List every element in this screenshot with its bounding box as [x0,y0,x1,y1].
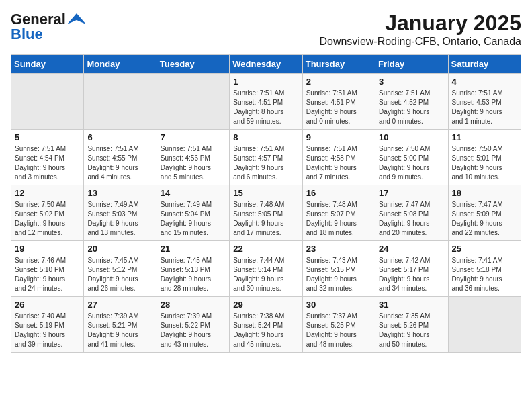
logo-blue: Blue [11,26,43,43]
calendar-cell [11,74,84,130]
calendar-cell: 22Sunrise: 7:44 AM Sunset: 5:14 PM Dayli… [230,241,302,297]
day-number: 29 [233,300,298,310]
calendar-cell: 3Sunrise: 7:51 AM Sunset: 4:52 PM Daylig… [375,74,448,130]
calendar-cell: 31Sunrise: 7:35 AM Sunset: 5:26 PM Dayli… [375,297,448,353]
weekday-header-thursday: Thursday [302,55,375,74]
calendar-cell: 6Sunrise: 7:51 AM Sunset: 4:55 PM Daylig… [84,130,157,185]
calendar-cell: 11Sunrise: 7:50 AM Sunset: 5:01 PM Dayli… [448,130,521,185]
day-info: Sunrise: 7:51 AM Sunset: 4:51 PM Dayligh… [233,89,298,126]
day-number: 26 [15,300,80,310]
day-info: Sunrise: 7:50 AM Sunset: 5:00 PM Dayligh… [379,144,444,182]
day-number: 21 [161,244,226,254]
calendar-cell: 29Sunrise: 7:38 AM Sunset: 5:24 PM Dayli… [230,297,302,353]
calendar-cell: 14Sunrise: 7:49 AM Sunset: 5:04 PM Dayli… [157,185,229,241]
day-number: 25 [452,244,517,254]
calendar-week-1: 1Sunrise: 7:51 AM Sunset: 4:51 PM Daylig… [11,74,521,130]
day-number: 3 [379,77,444,87]
day-info: Sunrise: 7:51 AM Sunset: 4:57 PM Dayligh… [233,144,298,182]
calendar-cell: 10Sunrise: 7:50 AM Sunset: 5:00 PM Dayli… [375,130,448,185]
day-info: Sunrise: 7:48 AM Sunset: 5:07 PM Dayligh… [306,200,371,238]
day-info: Sunrise: 7:39 AM Sunset: 5:22 PM Dayligh… [161,312,226,349]
day-number: 10 [379,132,444,142]
day-number: 15 [233,188,298,198]
day-number: 6 [87,132,152,142]
day-info: Sunrise: 7:40 AM Sunset: 5:19 PM Dayligh… [15,312,80,349]
day-info: Sunrise: 7:47 AM Sunset: 5:08 PM Dayligh… [379,200,444,238]
calendar-cell: 24Sunrise: 7:42 AM Sunset: 5:17 PM Dayli… [375,241,448,297]
day-info: Sunrise: 7:47 AM Sunset: 5:09 PM Dayligh… [452,200,517,238]
day-number: 19 [15,244,80,254]
day-info: Sunrise: 7:48 AM Sunset: 5:05 PM Dayligh… [233,200,298,238]
calendar-cell: 16Sunrise: 7:48 AM Sunset: 5:07 PM Dayli… [302,185,375,241]
day-number: 8 [233,132,298,142]
weekday-header-saturday: Saturday [448,55,521,74]
calendar-cell: 9Sunrise: 7:51 AM Sunset: 4:58 PM Daylig… [302,130,375,185]
calendar-cell [448,297,521,353]
day-number: 31 [379,300,444,310]
day-info: Sunrise: 7:50 AM Sunset: 5:02 PM Dayligh… [15,200,80,238]
calendar-cell: 26Sunrise: 7:40 AM Sunset: 5:19 PM Dayli… [11,297,84,353]
calendar-cell: 27Sunrise: 7:39 AM Sunset: 5:21 PM Dayli… [84,297,157,353]
day-number: 17 [379,188,444,198]
day-info: Sunrise: 7:44 AM Sunset: 5:14 PM Dayligh… [233,256,298,293]
day-info: Sunrise: 7:39 AM Sunset: 5:21 PM Dayligh… [87,312,152,349]
calendar-cell: 1Sunrise: 7:51 AM Sunset: 4:51 PM Daylig… [230,74,302,130]
day-info: Sunrise: 7:42 AM Sunset: 5:17 PM Dayligh… [379,256,444,293]
calendar-cell [84,74,157,130]
calendar-cell: 21Sunrise: 7:45 AM Sunset: 5:13 PM Dayli… [157,241,229,297]
page-header: General Blue January 2025 Downsview-Rodi… [11,11,521,48]
day-info: Sunrise: 7:43 AM Sunset: 5:15 PM Dayligh… [306,256,371,293]
day-info: Sunrise: 7:45 AM Sunset: 5:13 PM Dayligh… [161,256,226,293]
title-block: January 2025 Downsview-Roding-CFB, Ontar… [319,11,521,48]
day-number: 23 [306,244,371,254]
logo: General Blue [11,11,86,43]
weekday-header-friday: Friday [375,55,448,74]
calendar-cell [157,74,229,130]
calendar-title: January 2025 [319,11,521,36]
day-info: Sunrise: 7:51 AM Sunset: 4:54 PM Dayligh… [15,144,80,182]
day-info: Sunrise: 7:51 AM Sunset: 4:55 PM Dayligh… [87,144,152,182]
svg-marker-0 [67,13,86,24]
weekday-header-tuesday: Tuesday [157,55,229,74]
calendar-week-3: 12Sunrise: 7:50 AM Sunset: 5:02 PM Dayli… [11,185,521,241]
calendar-cell: 12Sunrise: 7:50 AM Sunset: 5:02 PM Dayli… [11,185,84,241]
weekday-header-sunday: Sunday [11,55,84,74]
day-number: 24 [379,244,444,254]
day-info: Sunrise: 7:51 AM Sunset: 4:53 PM Dayligh… [452,89,517,126]
day-number: 13 [87,188,152,198]
day-number: 18 [452,188,517,198]
calendar-cell: 15Sunrise: 7:48 AM Sunset: 5:05 PM Dayli… [230,185,302,241]
weekday-header-wednesday: Wednesday [230,55,302,74]
day-info: Sunrise: 7:38 AM Sunset: 5:24 PM Dayligh… [233,312,298,349]
day-number: 11 [452,132,517,142]
day-info: Sunrise: 7:41 AM Sunset: 5:18 PM Dayligh… [452,256,517,293]
day-info: Sunrise: 7:51 AM Sunset: 4:51 PM Dayligh… [306,89,371,126]
day-number: 12 [15,188,80,198]
day-info: Sunrise: 7:51 AM Sunset: 4:58 PM Dayligh… [306,144,371,182]
weekday-header-row: SundayMondayTuesdayWednesdayThursdayFrid… [11,55,521,74]
day-number: 5 [15,132,80,142]
day-info: Sunrise: 7:46 AM Sunset: 5:10 PM Dayligh… [15,256,80,293]
calendar-cell: 7Sunrise: 7:51 AM Sunset: 4:56 PM Daylig… [157,130,229,185]
day-info: Sunrise: 7:35 AM Sunset: 5:26 PM Dayligh… [379,312,444,349]
calendar-week-5: 26Sunrise: 7:40 AM Sunset: 5:19 PM Dayli… [11,297,521,353]
day-number: 9 [306,132,371,142]
calendar-cell: 18Sunrise: 7:47 AM Sunset: 5:09 PM Dayli… [448,185,521,241]
weekday-header-monday: Monday [84,55,157,74]
day-number: 1 [233,77,298,87]
day-number: 7 [161,132,226,142]
calendar-cell: 17Sunrise: 7:47 AM Sunset: 5:08 PM Dayli… [375,185,448,241]
day-info: Sunrise: 7:49 AM Sunset: 5:04 PM Dayligh… [161,200,226,238]
calendar-cell: 5Sunrise: 7:51 AM Sunset: 4:54 PM Daylig… [11,130,84,185]
calendar-cell: 2Sunrise: 7:51 AM Sunset: 4:51 PM Daylig… [302,74,375,130]
day-number: 14 [161,188,226,198]
day-info: Sunrise: 7:51 AM Sunset: 4:52 PM Dayligh… [379,89,444,126]
calendar-subtitle: Downsview-Roding-CFB, Ontario, Canada [319,36,521,48]
calendar-cell: 25Sunrise: 7:41 AM Sunset: 5:18 PM Dayli… [448,241,521,297]
calendar-table: SundayMondayTuesdayWednesdayThursdayFrid… [11,54,521,353]
day-number: 20 [87,244,152,254]
day-number: 30 [306,300,371,310]
calendar-cell: 20Sunrise: 7:45 AM Sunset: 5:12 PM Dayli… [84,241,157,297]
calendar-week-4: 19Sunrise: 7:46 AM Sunset: 5:10 PM Dayli… [11,241,521,297]
day-info: Sunrise: 7:49 AM Sunset: 5:03 PM Dayligh… [87,200,152,238]
